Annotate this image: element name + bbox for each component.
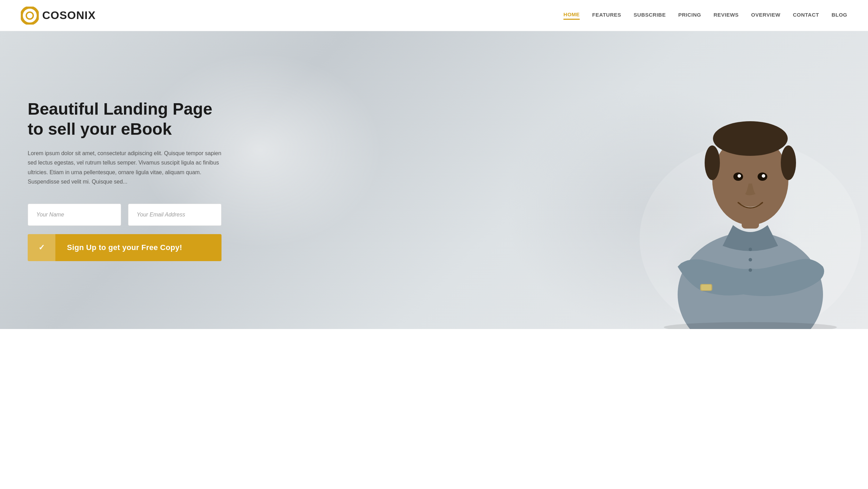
- hero-title: Beautiful Landing Page to sell your eBoo…: [28, 99, 221, 139]
- svg-point-7: [705, 145, 720, 180]
- cta-checkmark-box: ✓: [28, 234, 55, 261]
- svg-point-15: [749, 248, 752, 251]
- nav-features[interactable]: FEATURES: [592, 12, 621, 19]
- logo-icon: [21, 7, 39, 25]
- nav-blog[interactable]: BLOG: [832, 12, 847, 19]
- hero-content: Beautiful Landing Page to sell your eBoo…: [0, 71, 249, 289]
- hero-description: Lorem ipsum dolor sit amet, consectetur …: [28, 149, 221, 186]
- email-input[interactable]: [128, 204, 221, 226]
- person-svg: [633, 31, 868, 329]
- cta-label: Sign Up to get your Free Copy!: [67, 243, 182, 252]
- svg-point-16: [749, 258, 752, 261]
- nav-pricing[interactable]: PRICING: [678, 12, 701, 19]
- svg-point-8: [781, 145, 796, 180]
- hero-person-image: [633, 31, 868, 329]
- svg-point-17: [749, 268, 752, 272]
- svg-point-11: [738, 174, 741, 178]
- svg-point-0: [21, 7, 38, 24]
- main-nav: HOME FEATURES SUBSCRIBE PRICING REVIEWS …: [563, 11, 847, 20]
- nav-reviews[interactable]: REVIEWS: [714, 12, 739, 19]
- nav-home[interactable]: HOME: [563, 11, 580, 20]
- svg-point-1: [26, 12, 33, 19]
- svg-point-12: [762, 174, 765, 178]
- form-row: [28, 204, 221, 226]
- nav-subscribe[interactable]: SUBSCRIBE: [634, 12, 666, 19]
- logo[interactable]: COSONIX: [21, 7, 96, 25]
- svg-point-6: [713, 121, 788, 156]
- svg-rect-14: [701, 285, 711, 290]
- site-header: COSONIX HOME FEATURES SUBSCRIBE PRICING …: [0, 0, 868, 31]
- checkmark-icon: ✓: [38, 243, 45, 252]
- hero-section: Beautiful Landing Page to sell your eBoo…: [0, 31, 868, 329]
- cta-wrapper: ✓ Sign Up to get your Free Copy!: [28, 234, 221, 261]
- signup-button[interactable]: ✓ Sign Up to get your Free Copy!: [28, 234, 221, 261]
- name-input[interactable]: [28, 204, 121, 226]
- nav-contact[interactable]: CONTACT: [793, 12, 819, 19]
- nav-overview[interactable]: OVERVIEW: [751, 12, 780, 19]
- logo-text: COSONIX: [42, 9, 96, 22]
